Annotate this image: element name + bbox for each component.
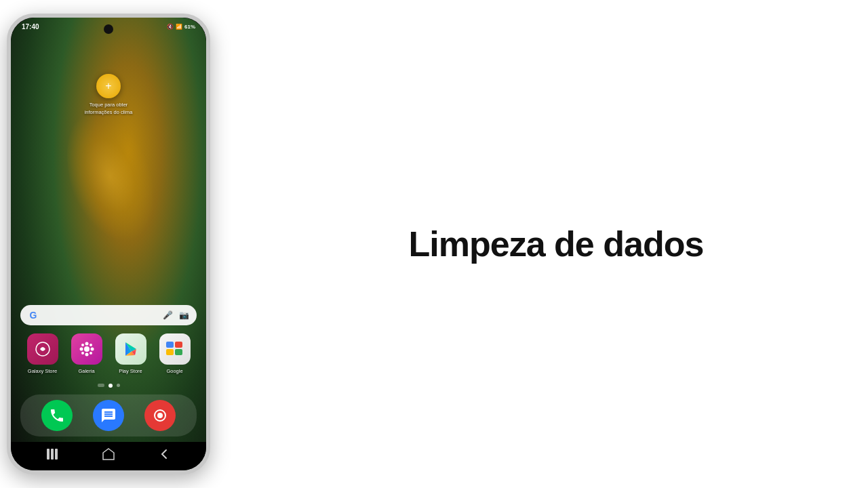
app-item-play-store[interactable]: Play Store	[112, 333, 150, 374]
app-grid: Galaxy Store	[11, 333, 206, 374]
galaxy-store-icon	[27, 333, 58, 365]
dock-messages-icon[interactable]	[93, 400, 124, 431]
app-item-galaxy-store[interactable]: Galaxy Store	[24, 333, 62, 374]
navigation-bar	[11, 442, 206, 470]
svg-point-2	[85, 342, 88, 346]
svg-point-7	[90, 344, 92, 346]
home-button[interactable]	[98, 446, 119, 462]
svg-marker-19	[103, 449, 114, 460]
galeria-icon	[71, 333, 102, 365]
battery-indicator: 61%	[184, 24, 195, 30]
galeria-label: Galeria	[78, 368, 94, 374]
svg-point-1	[84, 346, 90, 352]
svg-point-9	[90, 352, 92, 354]
google-label: Google	[166, 368, 182, 374]
page-dots	[11, 384, 206, 388]
spacer	[11, 123, 206, 305]
dot-1	[108, 384, 113, 388]
lens-icon[interactable]: 📷	[178, 309, 190, 321]
signal-icon: 📶	[176, 24, 182, 30]
google-icon	[159, 333, 191, 365]
svg-rect-13	[175, 349, 182, 355]
weather-text: Toque para obterinformações do clima	[85, 102, 133, 116]
phone-device: 17:40 🔇 📶 61% + Toque para obterinformaç…	[7, 14, 210, 474]
svg-rect-11	[175, 342, 182, 348]
back-button[interactable]	[155, 446, 175, 462]
svg-point-4	[79, 348, 83, 351]
svg-point-3	[85, 353, 88, 357]
google-logo: G	[27, 309, 39, 321]
dock-screen-recorder-icon[interactable]	[144, 400, 176, 431]
recents-button[interactable]	[42, 446, 62, 462]
mute-icon: 🔇	[167, 24, 174, 30]
svg-point-15	[157, 413, 163, 418]
svg-rect-10	[166, 342, 174, 348]
phone-wrapper: 17:40 🔇 📶 61% + Toque para obterinformaç…	[0, 0, 217, 488]
weather-icon: +	[96, 74, 121, 98]
screen: 17:40 🔇 📶 61% + Toque para obterinformaç…	[11, 18, 206, 470]
main-heading: Limpeza de dados	[409, 224, 704, 264]
dock	[20, 394, 197, 436]
svg-point-5	[90, 348, 94, 351]
play-store-label: Play Store	[119, 368, 142, 374]
search-bar[interactable]: G 🎤 📷	[20, 305, 197, 325]
dock-phone-icon[interactable]	[41, 400, 73, 431]
status-icons: 🔇 📶 61%	[167, 24, 195, 30]
search-input[interactable]	[43, 309, 157, 321]
app-item-google[interactable]: Google	[156, 333, 194, 374]
app-item-galeria[interactable]: Galeria	[68, 333, 106, 374]
svg-point-6	[81, 344, 84, 346]
svg-rect-18	[55, 449, 58, 460]
status-bar: 17:40 🔇 📶 61%	[11, 18, 206, 33]
dot-0	[98, 384, 104, 387]
svg-point-8	[81, 352, 84, 354]
play-store-icon	[115, 333, 146, 365]
svg-rect-16	[47, 449, 50, 460]
dot-2	[117, 384, 120, 387]
galaxy-store-label: Galaxy Store	[28, 368, 57, 374]
status-time: 17:40	[22, 23, 39, 30]
microphone-icon[interactable]: 🎤	[161, 309, 174, 321]
svg-rect-12	[166, 349, 174, 355]
svg-rect-17	[51, 449, 54, 460]
right-panel: Limpeza de dados	[217, 224, 868, 264]
weather-widget[interactable]: + Toque para obterinformações do clima	[11, 74, 206, 116]
